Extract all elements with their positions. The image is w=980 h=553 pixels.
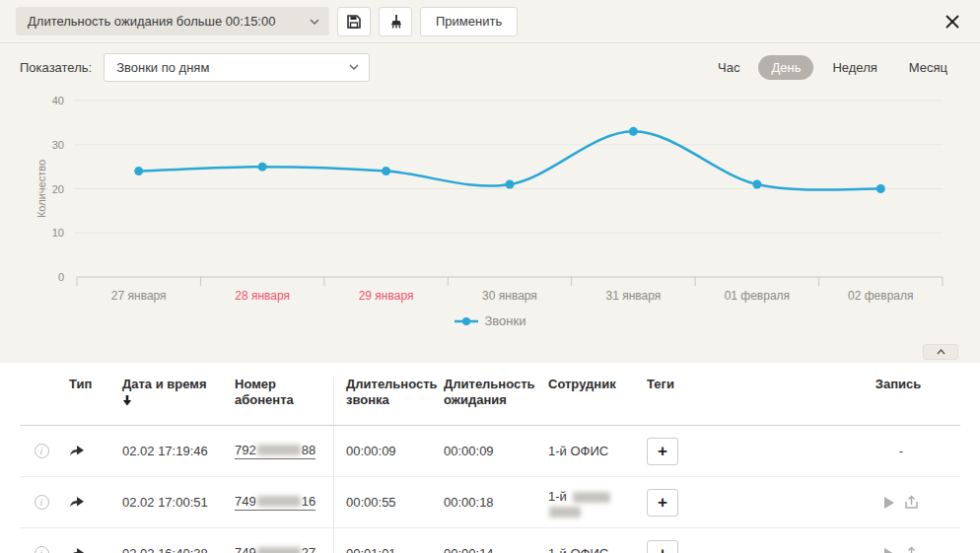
play-record-button[interactable] [884,497,894,509]
call-duration: 00:00:09 [333,426,436,476]
add-tag-button[interactable]: + [647,489,678,517]
filter-select-value: Длительность ожидания больше 00:15:00 [28,14,275,29]
svg-text:10: 10 [52,227,64,239]
table-row: i 02.02 17:00:51 74916 00:00:55 00:00:18… [20,477,960,528]
caller-number-link[interactable]: 74916 [235,494,315,511]
add-tag-button[interactable]: + [647,540,678,553]
caller-number-link[interactable]: 79288 [235,443,315,459]
header-record: Запись [842,377,960,392]
download-record-icon[interactable] [904,495,919,510]
table-header-row: Тип Дата и время Номер абонента Длительн… [20,363,960,426]
outgoing-call-icon [69,546,86,553]
controls-row: Показатель: Звонки по дням Час День Неде… [0,43,980,91]
svg-text:31 января: 31 января [606,289,662,303]
metric-label: Показатель: [20,60,92,75]
info-icon[interactable]: i [35,495,49,510]
chevron-down-icon [310,19,319,25]
masked-digits [257,547,301,553]
metric-select-value: Звонки по дням [116,60,209,75]
svg-text:01 февраля: 01 февраля [725,289,790,303]
save-icon [346,14,362,30]
download-record-icon[interactable] [904,546,919,553]
employee-name: 1-й [540,487,639,518]
tab-week[interactable]: Неделя [819,55,889,80]
apply-button[interactable]: Применить [420,7,518,36]
call-datetime: 02.02 17:19:46 [114,444,231,458]
tab-month[interactable]: Месяц [896,55,960,80]
header-datetime[interactable]: Дата и время [114,377,231,411]
chart-section: 010203040Количество27 января28 января29 … [0,91,980,363]
calls-line-chart: 010203040Количество27 января28 января29 … [0,91,980,304]
chevron-up-icon [937,349,945,355]
period-tabs: Час День Неделя Месяц [705,55,960,80]
svg-text:0: 0 [58,271,64,283]
wait-duration: 00:00:18 [436,495,540,510]
call-duration: 00:00:55 [333,477,436,527]
wait-duration: 00:00:09 [436,444,540,458]
table-row: i 02.02 16:40:38 74927 00:01:01 00:00:14… [20,528,960,553]
collapse-chart-button[interactable] [923,344,958,360]
tab-hour[interactable]: Час [705,55,752,80]
svg-text:27 января: 27 января [111,289,167,303]
masked-digits [257,496,301,507]
caller-number-link[interactable]: 74927 [235,545,315,553]
wait-duration: 00:00:14 [436,546,540,553]
tab-day[interactable]: День [758,55,813,80]
svg-text:40: 40 [52,95,64,106]
header-type: Тип [63,377,114,392]
outgoing-call-icon [69,444,86,456]
table-row: i 02.02 17:19:46 79288 00:00:09 00:00:09… [20,426,960,477]
call-analytics-panel: Длительность ожидания больше 00:15:00 Пр… [0,0,980,553]
clear-filter-button[interactable] [379,7,412,36]
header-number: Номер абонента [231,377,333,409]
svg-text:20: 20 [52,183,64,195]
svg-text:28 января: 28 января [235,289,290,303]
info-icon[interactable]: i [35,444,49,458]
legend-marker-icon [455,316,478,326]
close-button[interactable] [941,10,964,34]
no-record-dash: - [899,444,903,458]
save-filter-button[interactable] [337,7,371,36]
chevron-down-icon [349,64,359,70]
svg-text:30 января: 30 января [482,289,537,303]
calls-table: Тип Дата и время Номер абонента Длительн… [0,363,980,553]
svg-text:29 января: 29 января [359,289,414,303]
call-duration: 00:01:01 [333,528,436,553]
masked-digits [257,445,301,455]
topbar: Длительность ожидания больше 00:15:00 Пр… [0,0,980,43]
chart-legend: Звонки [0,313,980,328]
sort-desc-icon [122,395,132,406]
employee-name: 1-й ОФИС [540,546,639,553]
legend-label: Звонки [485,313,526,328]
broom-icon [387,14,403,30]
metric-select[interactable]: Звонки по дням [104,53,370,82]
svg-text:30: 30 [52,139,64,151]
close-icon [945,14,960,30]
call-datetime: 02.02 17:00:51 [114,495,231,510]
play-record-button[interactable] [884,548,894,553]
filter-select[interactable]: Длительность ожидания больше 00:15:00 [16,7,329,35]
call-datetime: 02.02 16:40:38 [114,546,231,553]
employee-name: 1-й ОФИС [540,444,639,458]
header-wait-duration: Длительность ожидания [436,377,540,409]
svg-text:02 февраля: 02 февраля [848,289,913,303]
header-call-duration: Длительность звонка [333,377,436,425]
masked-text [573,492,610,503]
info-icon[interactable]: i [35,546,49,553]
masked-text [549,507,581,518]
svg-text:Количество: Количество [35,160,47,218]
outgoing-call-icon [69,495,86,508]
header-tags: Теги [639,377,842,392]
add-tag-button[interactable]: + [647,438,678,465]
header-employee: Сотрудник [540,377,639,392]
